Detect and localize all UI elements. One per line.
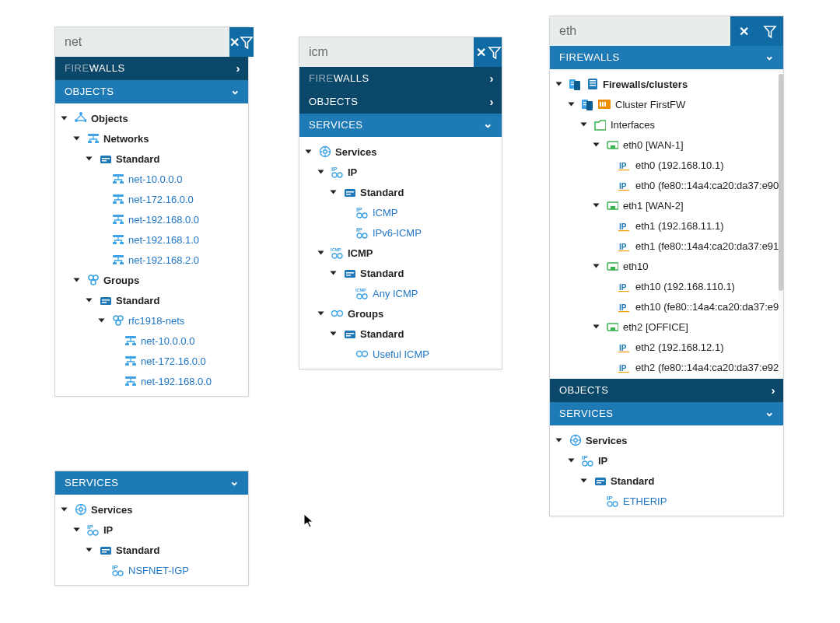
search-input[interactable] <box>550 16 730 46</box>
tree-item-ip[interactable]: IP <box>303 162 499 182</box>
tree-item-standard[interactable]: Standard <box>303 324 499 344</box>
tree-item-ip-address[interactable]: eth10 (fe80::14a4:ca20:da37:e910) <box>553 296 775 317</box>
tree-item-net[interactable]: net-172.16.0.0 <box>58 351 245 371</box>
filter-button[interactable] <box>757 16 783 46</box>
section-objects[interactable]: OBJECTS <box>550 379 783 402</box>
tree-item-standard[interactable]: Standard <box>58 149 245 169</box>
tree-item-standard[interactable]: Standard <box>58 290 245 310</box>
tree-item-ip[interactable]: IP <box>553 450 780 471</box>
ip-address-icon <box>618 159 631 171</box>
filter-button[interactable] <box>240 27 254 57</box>
tree-item-services[interactable]: Services <box>303 142 499 162</box>
tree-item-net[interactable]: net-10.0.0.0 <box>58 169 245 189</box>
tree-item-rfc1918[interactable]: rfc1918-nets <box>58 310 245 331</box>
tree-label: Standard <box>611 475 654 487</box>
tree-item-services[interactable]: Services <box>58 499 245 520</box>
tree-item-interface[interactable]: eth10 <box>553 256 775 276</box>
section-services[interactable]: SERVICES <box>550 402 783 425</box>
ip-icon <box>581 454 593 467</box>
ip-address-icon <box>618 341 631 353</box>
clear-search-button[interactable] <box>474 37 488 67</box>
tree-item-ip-address[interactable]: eth10 (192.168.110.1) <box>553 276 775 296</box>
tree-item-groups[interactable]: Groups <box>303 303 499 324</box>
search-input[interactable] <box>299 37 474 67</box>
tree-item-firewalls-clusters[interactable]: Firewalls/clusters <box>553 74 775 94</box>
tree-item-service[interactable]: IPv6-ICMP <box>303 222 499 243</box>
section-objects[interactable]: OBJECTS <box>55 80 248 103</box>
services-icon <box>318 145 331 158</box>
ip-address-icon <box>618 280 631 292</box>
section-firewalls[interactable]: FIREWALLSFIREWALLS <box>299 67 502 90</box>
service-leaf-icon <box>355 206 368 219</box>
tree-item-standard[interactable]: Standard <box>553 471 780 491</box>
tree-item-net[interactable]: net-192.168.0.0 <box>58 371 245 391</box>
mouse-cursor-icon <box>303 513 316 529</box>
chevron-down-icon <box>578 119 589 130</box>
tree-label: Groups <box>103 275 139 286</box>
tree-item-standard[interactable]: Standard <box>58 540 245 560</box>
network-icon <box>111 233 124 246</box>
tree-item-ip-address[interactable]: eth2 (fe80::14a4:ca20:da37:e92) <box>553 357 775 377</box>
service-group-icon <box>355 348 368 360</box>
tree-item-net[interactable]: net-192.168.2.0 <box>58 250 245 270</box>
section-firewalls[interactable]: FIREWALLS <box>550 46 783 69</box>
tree-label: Services <box>586 435 628 446</box>
tree-item-net[interactable]: net-172.16.0.0 <box>58 189 245 209</box>
ip-address-icon <box>618 179 631 191</box>
search-bar <box>550 16 783 46</box>
tree-item-interfaces[interactable]: Interfaces <box>553 114 775 135</box>
tree-item-cluster[interactable]: Cluster FirstFW <box>553 94 775 114</box>
tree-item-service[interactable]: Useful ICMP <box>303 344 499 364</box>
cluster-badge-icon <box>598 98 611 110</box>
tree-label: ICMP <box>348 247 373 259</box>
tree-item-service[interactable]: NSFNET-IGP <box>58 560 245 580</box>
tree-item-services[interactable]: Services <box>553 430 780 450</box>
tree-label: Firewalls/clusters <box>603 79 688 90</box>
tree-item-ip-address[interactable]: eth2 (192.168.12.1) <box>553 337 775 357</box>
tree-item-ip-address[interactable]: eth1 (192.168.11.1) <box>553 215 775 236</box>
tree-item-interface[interactable]: eth2 [OFFICE] <box>553 317 775 337</box>
tree-item-net[interactable]: net-192.168.1.0 <box>58 229 245 250</box>
tree-item-ip-address[interactable]: eth0 (fe80::14a4:ca20:da37:e90) <box>553 175 775 195</box>
tree-item-service[interactable]: ICMP <box>303 202 499 222</box>
tree-item-icmp[interactable]: ICMP <box>303 243 499 263</box>
tree-item-net[interactable]: net-192.168.0.0 <box>58 209 245 229</box>
tree-label: Groups <box>348 308 383 320</box>
filter-button[interactable] <box>488 37 502 67</box>
tree-item-net[interactable]: net-10.0.0.0 <box>58 331 245 351</box>
section-firewalls[interactable]: FIREFIREWALLSWALLS <box>55 57 248 80</box>
tree-item-service[interactable]: Any ICMP <box>303 283 499 303</box>
chevron-down-icon <box>315 308 326 319</box>
tree-item-ip[interactable]: IP <box>58 520 245 540</box>
tree-item-networks[interactable]: Networks <box>58 128 245 149</box>
tree-label: Services <box>335 146 377 158</box>
tree-item-interface[interactable]: eth1 [WAN-2] <box>553 195 775 215</box>
tree-label: net-10.0.0.0 <box>128 173 182 185</box>
tree-item-ip-address[interactable]: eth0 (192.168.10.1) <box>553 155 775 175</box>
tree-item-standard[interactable]: Standard <box>303 182 499 202</box>
tree-item-objects[interactable]: Objects <box>58 108 245 128</box>
chevron-down-icon <box>565 99 576 110</box>
tree-item-service[interactable]: ETHERIP <box>553 491 780 511</box>
section-services[interactable]: SERVICES <box>299 114 502 137</box>
tree-label: IPv6-ICMP <box>373 227 422 239</box>
section-objects[interactable]: OBJECTS <box>299 90 502 114</box>
standard-folder-icon <box>593 474 606 487</box>
section-services[interactable]: SERVICES <box>55 471 248 495</box>
chevron-down-icon <box>327 268 338 278</box>
tree-item-ip-address[interactable]: eth1 (fe80::14a4:ca20:da37:e91) <box>553 236 775 256</box>
firewall-icon <box>586 78 598 90</box>
clear-search-button[interactable] <box>730 16 757 46</box>
chevron-down-icon <box>553 435 564 446</box>
scrollbar[interactable] <box>779 69 783 379</box>
tree-item-interface[interactable]: eth3 [PUBLIC] <box>553 377 775 379</box>
section-label: FIREWALLSFIREWALLS <box>309 67 369 90</box>
interface-icon <box>606 260 618 272</box>
tree-item-interface[interactable]: eth0 [WAN-1] <box>553 135 775 155</box>
network-icon <box>124 375 136 387</box>
tree-item-standard[interactable]: Standard <box>303 263 499 283</box>
search-input[interactable] <box>55 27 229 57</box>
clear-search-button[interactable] <box>229 27 240 57</box>
tree-label: eth0 [WAN-1] <box>623 139 684 151</box>
tree-item-groups[interactable]: Groups <box>58 270 245 290</box>
